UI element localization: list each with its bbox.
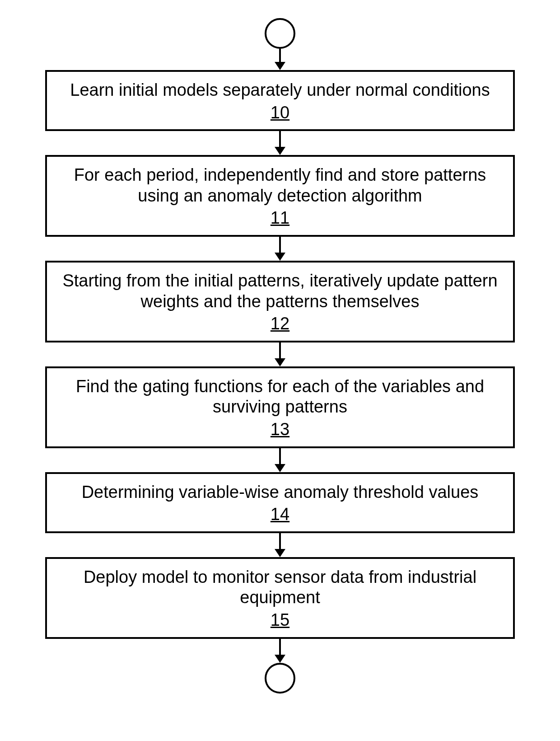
arrow-icon — [275, 131, 285, 155]
step-number: 13 — [271, 419, 289, 440]
process-step-10: Learn initial models separately under no… — [45, 70, 515, 131]
step-label: For each period, independently find and … — [61, 165, 499, 206]
process-step-14: Determining variable-wise anomaly thresh… — [45, 472, 515, 533]
step-label: Learn initial models separately under no… — [61, 80, 499, 101]
step-number: 12 — [271, 314, 289, 334]
end-terminal — [265, 663, 295, 694]
step-number: 11 — [271, 208, 289, 229]
step-number: 15 — [271, 610, 289, 631]
arrow-icon — [275, 49, 285, 70]
step-number: 10 — [271, 103, 289, 123]
start-terminal — [265, 18, 295, 49]
arrow-icon — [275, 237, 285, 261]
arrow-icon — [275, 448, 285, 472]
process-step-11: For each period, independently find and … — [45, 155, 515, 237]
step-label: Find the gating functions for each of th… — [61, 376, 499, 417]
arrow-icon — [275, 639, 285, 663]
process-step-15: Deploy model to monitor sensor data from… — [45, 557, 515, 639]
process-step-12: Starting from the initial patterns, iter… — [45, 261, 515, 342]
step-label: Determining variable-wise anomaly thresh… — [61, 482, 499, 503]
step-label: Starting from the initial patterns, iter… — [61, 271, 499, 312]
process-step-13: Find the gating functions for each of th… — [45, 366, 515, 448]
arrow-icon — [275, 342, 285, 366]
flowchart-container: Learn initial models separately under no… — [45, 18, 515, 694]
step-number: 14 — [271, 504, 289, 525]
arrow-icon — [275, 533, 285, 557]
step-label: Deploy model to monitor sensor data from… — [61, 567, 499, 608]
